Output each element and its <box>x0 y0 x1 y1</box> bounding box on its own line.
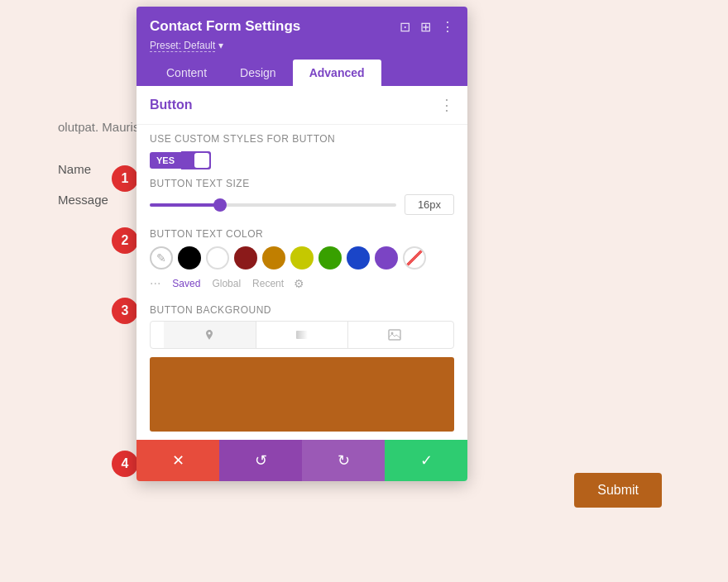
preset-label: Preset: Default <box>150 40 215 52</box>
custom-styles-label: Use Custom Styles For Button <box>150 133 454 145</box>
slider-track[interactable] <box>150 203 396 207</box>
color-swatch-yellow[interactable] <box>290 246 314 270</box>
resize-icon[interactable]: ⊡ <box>400 19 410 35</box>
modal-header-icons: ⊡ ⊞ ⋮ <box>400 19 454 35</box>
custom-styles-row: Use Custom Styles For Button YES <box>136 125 467 178</box>
bg-submit-button[interactable]: Submit <box>574 473 662 508</box>
bg-submit-area: Submit <box>574 473 662 508</box>
bg-type-image[interactable] <box>348 322 440 348</box>
bg-type-tabs <box>150 321 454 349</box>
svg-rect-1 <box>296 331 308 339</box>
modal-tabs: Content Design Advanced <box>150 60 454 86</box>
svg-point-0 <box>208 332 211 335</box>
cancel-button[interactable]: ✕ <box>136 440 219 481</box>
eyedropper-button[interactable]: ✎ <box>150 246 173 270</box>
modal-body: Button ⋮ Use Custom Styles For Button YE… <box>136 86 467 432</box>
step-badge-4: 4 <box>112 451 138 477</box>
slider-value[interactable]: 16px <box>405 194 454 215</box>
text-color-label: Button Text Color <box>136 223 467 246</box>
redo-button[interactable]: ↻ <box>302 440 385 481</box>
modal-title: Contact Form Settings <box>150 18 300 35</box>
bg-type-gradient[interactable] <box>256 322 349 348</box>
save-button[interactable]: ✓ <box>385 440 467 481</box>
color-preview-large <box>150 357 454 432</box>
color-tab-global[interactable]: Global <box>208 276 244 291</box>
color-tab-settings-icon[interactable]: ⚙ <box>294 277 304 290</box>
bg-section-label: Button Background <box>136 298 467 321</box>
color-tab-recent[interactable]: Recent <box>249 276 287 291</box>
modal-header: Contact Form Settings ⊡ ⊞ ⋮ Preset: Defa… <box>136 7 467 86</box>
section-title: Button <box>150 98 193 112</box>
slider-thumb[interactable] <box>213 198 227 212</box>
color-swatch-black[interactable] <box>178 246 201 270</box>
svg-rect-2 <box>389 330 400 340</box>
custom-styles-toggle[interactable]: YES <box>150 151 211 169</box>
modal-footer: ✕ ↺ ↻ ✓ <box>136 440 467 481</box>
dots-icon[interactable]: ··· <box>150 276 160 291</box>
section-header: Button ⋮ <box>136 86 467 125</box>
color-swatch-cancel[interactable] <box>403 246 426 270</box>
color-swatch-darkred[interactable] <box>234 246 257 270</box>
text-size-slider-row: 16px <box>136 189 467 223</box>
color-swatch-white[interactable] <box>206 246 229 270</box>
tab-design[interactable]: Design <box>223 60 293 86</box>
section-menu-icon[interactable]: ⋮ <box>439 96 454 114</box>
toggle-yes-label: YES <box>150 152 181 169</box>
color-swatch-blue[interactable] <box>347 246 370 270</box>
tab-advanced[interactable]: Advanced <box>293 60 381 86</box>
tab-content[interactable]: Content <box>150 60 223 86</box>
step-badge-2: 2 <box>112 227 138 254</box>
step-badge-1: 1 <box>112 165 138 192</box>
color-tabs-row: ··· Saved Global Recent ⚙ <box>136 274 467 298</box>
color-swatch-purple[interactable] <box>375 246 398 270</box>
grid-icon[interactable]: ⊞ <box>420 19 431 35</box>
slider-fill <box>150 203 218 207</box>
more-icon[interactable]: ⋮ <box>441 19 454 35</box>
color-swatches: ✎ <box>136 246 467 274</box>
text-size-label: Button Text Size <box>136 178 467 189</box>
bg-type-color[interactable] <box>164 322 256 348</box>
color-swatch-green[interactable] <box>318 246 342 270</box>
preset-selector[interactable]: Preset: Default ▾ <box>150 40 454 51</box>
color-tab-saved[interactable]: Saved <box>169 276 204 291</box>
toggle-circle <box>194 153 209 168</box>
toggle-knob <box>181 151 211 169</box>
color-swatch-gold[interactable] <box>262 246 285 270</box>
settings-modal: Contact Form Settings ⊡ ⊞ ⋮ Preset: Defa… <box>136 7 467 481</box>
reset-button[interactable]: ↺ <box>219 440 302 481</box>
step-badge-3: 3 <box>112 298 138 324</box>
